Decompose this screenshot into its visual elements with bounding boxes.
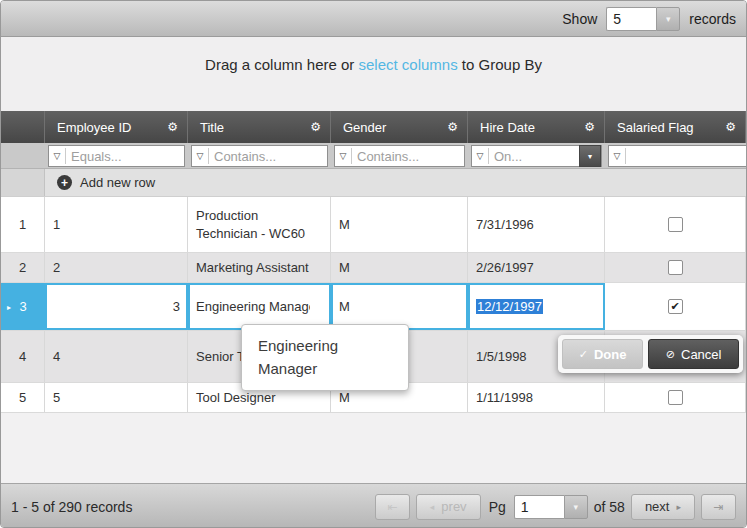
records-summary: 1 - 5 of 290 records	[11, 499, 375, 515]
filter-funnel-icon[interactable]: ▽	[609, 148, 626, 164]
add-row-corner-cell	[1, 169, 45, 196]
gear-icon[interactable]: ⚙	[447, 120, 458, 134]
table-row: 2 2 Marketing Assistant M 2/26/1997 ✔	[1, 253, 746, 283]
page-number-input[interactable]	[514, 495, 564, 519]
chevron-down-icon: ▾	[573, 502, 578, 512]
row-selector-arrow-icon: ▸	[7, 302, 11, 311]
filter-input-title[interactable]	[209, 149, 327, 164]
cell-employee-id[interactable]: 5	[45, 383, 188, 412]
column-header-salaried-flag[interactable]: Salaried Flag ⚙	[605, 111, 746, 143]
column-header-hire-date[interactable]: Hire Date ⚙	[468, 111, 605, 143]
cell-hire-date[interactable]: 7/31/1996	[468, 197, 605, 252]
filter-box-title: ▽	[191, 145, 328, 167]
edit-cell-employee-id[interactable]: 3	[45, 283, 188, 330]
cell-employee-id[interactable]: 4	[45, 331, 188, 382]
next-page-button[interactable]: next▸	[631, 494, 695, 520]
pager-controls: ⇤ ◂prev Pg ▾ of 58 next▸ ⇥	[375, 494, 736, 520]
cancel-circle-icon: ⊘	[666, 348, 675, 361]
page-size-bar: Show ▾ records	[1, 1, 746, 37]
gear-icon[interactable]: ⚙	[584, 120, 595, 134]
prev-page-button[interactable]: ◂prev	[416, 494, 481, 520]
filter-box-employee-id: ▽	[48, 145, 185, 167]
row-number: 2	[1, 253, 45, 282]
gear-icon[interactable]: ⚙	[310, 120, 321, 134]
data-grid: Show ▾ records Drag a column here or sel…	[0, 0, 747, 528]
page-count-label: of 58	[594, 499, 625, 515]
cell-employee-id[interactable]: 1	[45, 197, 188, 252]
edit-cell-hire-date[interactable]: 12/12/1997	[468, 283, 605, 330]
filter-box-salaried-flag: ▽	[608, 145, 747, 167]
last-page-button[interactable]: ⇥	[701, 494, 736, 520]
cell-title[interactable]: Production Technician - WC60	[188, 197, 331, 252]
row-edit-actions: ✓ Done ⊘ Cancel	[558, 335, 743, 373]
gear-icon[interactable]: ⚙	[725, 120, 736, 134]
column-header-gender[interactable]: Gender ⚙	[331, 111, 468, 143]
pg-label: Pg	[489, 499, 506, 515]
records-label: records	[689, 11, 736, 27]
salaried-checkbox[interactable]: ✔	[668, 260, 683, 275]
cell-hire-date[interactable]: 2/26/1997	[468, 253, 605, 282]
last-page-icon: ⇥	[713, 500, 723, 514]
cell-title[interactable]: Marketing Assistant	[188, 253, 331, 282]
plus-icon: +	[57, 175, 72, 190]
tooltip-text: Engineering Manager	[258, 334, 373, 381]
page-size-combo: ▾	[606, 7, 680, 31]
filter-funnel-icon[interactable]: ▽	[192, 148, 209, 164]
salaried-checkbox[interactable]: ✔	[668, 299, 683, 314]
edit-cell-title[interactable]: Engineering Manager	[188, 283, 331, 330]
empty-grid-area	[1, 413, 746, 483]
filter-funnel-icon[interactable]: ▽	[335, 148, 352, 164]
header-corner-cell	[1, 111, 45, 143]
group-by-bar: Drag a column here or select columns to …	[1, 37, 746, 111]
filter-input-gender[interactable]	[352, 149, 464, 164]
cell-salaried-flag: ✔	[605, 253, 746, 282]
chevron-down-icon: ▾	[666, 14, 671, 24]
add-new-row-bar: + Add new row	[1, 169, 746, 197]
column-header-row: Employee ID ⚙ Title ⚙ Gender ⚙ Hire Date…	[1, 111, 746, 143]
row-number: 5	[1, 383, 45, 412]
filter-funnel-icon[interactable]: ▽	[472, 148, 489, 164]
date-filter-dropdown-button[interactable]: ▾	[579, 145, 601, 167]
row-number-selected: ▸ 3	[1, 283, 45, 330]
select-columns-link[interactable]: select columns	[358, 56, 457, 73]
cell-gender[interactable]: M	[331, 253, 468, 282]
row-number: 4	[1, 331, 45, 382]
page-number-combo: ▾	[514, 495, 588, 519]
next-arrow-icon: ▸	[676, 502, 681, 512]
cell-salaried-flag: ✔	[605, 383, 746, 412]
cell-tooltip: Engineering Manager	[241, 324, 409, 391]
show-label: Show	[562, 11, 597, 27]
prev-arrow-icon: ◂	[430, 502, 435, 512]
salaried-checkbox[interactable]: ✔	[668, 390, 683, 405]
first-page-icon: ⇤	[387, 500, 397, 514]
cell-employee-id[interactable]: 2	[45, 253, 188, 282]
page-size-input[interactable]	[606, 7, 656, 31]
filter-input-salaried-flag[interactable]	[626, 149, 747, 164]
column-header-title[interactable]: Title ⚙	[188, 111, 331, 143]
page-number-dropdown-button[interactable]: ▾	[564, 495, 588, 519]
page-size-dropdown-button[interactable]: ▾	[656, 7, 680, 31]
add-new-row-button[interactable]: + Add new row	[45, 169, 746, 196]
cell-salaried-flag: ✔	[605, 283, 746, 330]
cell-gender[interactable]: M	[331, 197, 468, 252]
chevron-down-icon: ▾	[588, 152, 592, 161]
cell-hire-date[interactable]: 1/11/1998	[468, 383, 605, 412]
cell-salaried-flag: ✔	[605, 197, 746, 252]
filter-input-employee-id[interactable]	[66, 149, 184, 164]
cancel-button[interactable]: ⊘ Cancel	[648, 339, 739, 369]
first-page-button[interactable]: ⇤	[375, 494, 410, 520]
pager-bar: 1 - 5 of 290 records ⇤ ◂prev Pg ▾ of 58 …	[1, 483, 746, 528]
table-row: 1 1 Production Technician - WC60 M 7/31/…	[1, 197, 746, 253]
filter-corner-cell	[1, 143, 45, 168]
filter-row: ▽ ▽ ▽ ▽ ▾ ▽	[1, 143, 746, 169]
gear-icon[interactable]: ⚙	[167, 120, 178, 134]
column-header-employee-id[interactable]: Employee ID ⚙	[45, 111, 188, 143]
edit-cell-gender[interactable]: M	[331, 283, 468, 330]
check-icon: ✓	[579, 348, 588, 361]
filter-funnel-icon[interactable]: ▽	[49, 148, 66, 164]
salaried-checkbox[interactable]: ✔	[668, 217, 683, 232]
add-new-row-label: Add new row	[80, 175, 155, 190]
filter-box-gender: ▽	[334, 145, 465, 167]
done-button[interactable]: ✓ Done	[562, 339, 643, 369]
filter-input-hire-date[interactable]	[489, 149, 580, 164]
